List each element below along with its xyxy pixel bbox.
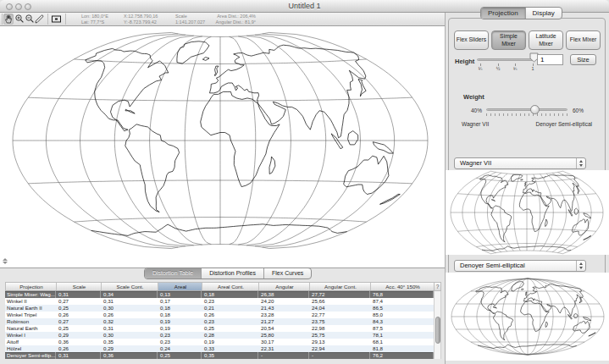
projection-name-cell: Natural Earth [5, 325, 56, 332]
column-header-angular-cont[interactable]: Angular Cont. [310, 283, 371, 290]
value-cell: 0,18 [158, 305, 202, 312]
flex-mixer-button[interactable]: Flex Mixer [566, 30, 601, 50]
mixer-mode-buttons: Flex SlidersSimple MixerLatitude MixerFl… [454, 30, 601, 50]
value-cell: 0,31 [101, 325, 158, 332]
value-cell: 22,98 [309, 325, 370, 332]
height-tick-label: ¾ [513, 66, 518, 71]
projection-dropdown-top[interactable]: Wagner VII [454, 157, 586, 169]
distortion-table: Simple Mixer: Wag...0,310,340,130,1826,3… [5, 291, 434, 359]
column-header-areal[interactable]: Areal [158, 283, 202, 290]
value-cell: 21,27 [258, 318, 309, 325]
projection-name-cell: Aitoff [5, 339, 56, 345]
value-cell: 0,36 [56, 339, 101, 345]
tab-distortion-profiles[interactable]: Distortion Profiles [202, 268, 264, 279]
value-cell: 24,04 [309, 305, 370, 312]
value-cell: 0,26 [56, 345, 101, 352]
toolbar-separator [47, 14, 48, 25]
zoom-in-tool[interactable] [14, 14, 25, 25]
projection-name-cell: Winkel I [5, 332, 56, 339]
projection-name-cell: Winkel II [5, 298, 56, 305]
value-cell: 0,27 [56, 318, 101, 325]
table-row[interactable]: Winkel Tripel0,260,260,180,2623,2822,778… [5, 312, 434, 318]
column-header-angular[interactable]: Angular [259, 283, 310, 290]
xy-readout: X:12.758.790,16Y:-8.723.799,42 [124, 14, 173, 25]
simple-mixer-button[interactable]: Simple Mixer [491, 30, 526, 50]
toolbar-separator [2, 14, 3, 25]
zoom-out-tool[interactable] [25, 14, 35, 25]
value-cell: 85,0 [370, 312, 434, 318]
collapse-down-icon [3, 262, 8, 264]
splitter-collapse-control[interactable] [3, 258, 13, 265]
help-button[interactable]: ? [434, 282, 441, 291]
value-cell: 0,21 [202, 305, 258, 312]
tab-display[interactable]: Display [526, 8, 562, 19]
column-header-areal-cont[interactable]: Areal Cont. [202, 283, 259, 290]
value-cell: 26,38 [258, 291, 309, 298]
pan-hand-tool[interactable] [3, 14, 14, 25]
tab-flex-curves[interactable]: Flex Curves [264, 268, 311, 279]
value-cell: 0,19 [158, 318, 202, 325]
value-cell: 24,20 [258, 298, 309, 305]
tab-projection[interactable]: Projection [481, 8, 526, 19]
table-row[interactable]: Winkel I0,290,300,230,2825,8025,7578,1 [5, 332, 434, 339]
value-cell: 0,34 [101, 291, 158, 298]
table-scrollbar[interactable] [434, 291, 441, 359]
table-row[interactable]: Robinson0,270,320,190,2321,2723,7584,3 [5, 318, 434, 325]
height-tick-label: 1 [531, 66, 534, 71]
table-row[interactable]: Winkel II0,270,310,170,2324,2025,6687,4 [5, 298, 434, 305]
value-cell: 29,13 [309, 339, 370, 345]
value-cell: 0,35 [202, 352, 258, 359]
value-cell: 0,27 [56, 298, 101, 305]
weight-label: Weight [463, 93, 484, 101]
value-cell: 0,26 [101, 312, 158, 318]
map-canvas[interactable] [0, 26, 445, 268]
column-header-projection[interactable]: Projection [6, 283, 57, 290]
table-row[interactable]: Aitoff0,360,350,230,1930,1729,1368,1 [5, 339, 434, 345]
table-row[interactable]: Natural Earth II0,250,300,180,2121,4324,… [5, 305, 434, 312]
fit-extent-tool[interactable] [51, 14, 61, 25]
value-cell: 23,28 [258, 312, 309, 318]
value-cell: 0,23 [202, 298, 258, 305]
value-cell: 0,32 [101, 318, 158, 325]
value-cell: 0,25 [158, 352, 202, 359]
value-cell: 0,35 [101, 339, 158, 345]
projection-dropdown-bottom[interactable]: Denoyer Semi-elliptical [454, 260, 586, 272]
dropdown-stepper-icon [576, 261, 585, 271]
value-cell: 0,25 [56, 325, 101, 332]
weight-max-label: 60% [573, 108, 584, 113]
table-row[interactable]: Simple Mixer: Wag...0,310,340,130,1826,3… [5, 291, 434, 298]
column-header-scale-cont[interactable]: Scale Cont. [102, 283, 158, 290]
value-cell: 86,5 [370, 305, 434, 312]
table-row[interactable]: Natural Earth0,250,310,190,2520,5422,988… [5, 325, 434, 332]
height-value-field[interactable] [537, 54, 563, 65]
value-cell: 0,26 [56, 312, 101, 318]
value-cell: 87,5 [370, 325, 434, 332]
height-tick-label: ¼ [479, 66, 483, 71]
projection-name-cell: Hölzel [5, 345, 56, 352]
pencil-icon [35, 14, 45, 25]
value-cell: 23,75 [309, 318, 370, 325]
flex-sliders-button[interactable]: Flex Sliders [454, 30, 489, 50]
weight-slider[interactable] [486, 108, 567, 111]
dropdown-top-value: Wagner VII [460, 159, 491, 167]
collapse-up-icon [3, 258, 8, 261]
scrollbar-thumb[interactable] [435, 317, 440, 344]
distortion-readout: Area Dist.: 206,4%Angular Dist.: 81,9° [202, 14, 256, 25]
value-cell: 30,17 [258, 339, 309, 345]
value-cell: 87,4 [370, 298, 434, 305]
tab-distortion-table[interactable]: Distortion Table [145, 268, 202, 279]
dropdown-bottom-value: Denoyer Semi-elliptical [460, 262, 525, 269]
table-row[interactable]: Hölzel0,260,290,240,3322,3122,9481,8 [5, 345, 434, 352]
value-cell: 68,1 [370, 339, 434, 345]
table-row[interactable]: Denoyer Semi-ellip...0,310,360,250,35--7… [5, 352, 434, 359]
value-cell: 0,25 [56, 305, 101, 312]
size-button[interactable]: Size [570, 54, 596, 65]
projection-name-cell: Natural Earth II [5, 305, 56, 312]
map-toolbar: Lon: 180,0°ELat: 77,7°S X:12.758.790,16Y… [0, 13, 445, 26]
latitude-mixer-button[interactable]: Latitude Mixer [529, 30, 563, 50]
world-map[interactable] [0, 26, 445, 268]
column-header-acc-40-150[interactable]: Acc. 40° 150% [371, 283, 435, 290]
height-slider[interactable] [477, 58, 534, 61]
measure-tool[interactable] [35, 14, 45, 25]
column-header-scale[interactable]: Scale [57, 283, 102, 290]
